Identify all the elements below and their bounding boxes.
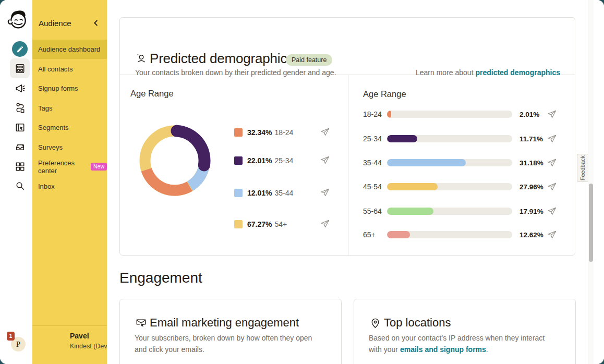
envelope-cursor-icon (135, 317, 147, 329)
bar-fill (387, 111, 391, 118)
donut-panel-title: Age Range (130, 89, 174, 99)
paper-plane-icon (547, 157, 557, 168)
audience-nav-icon[interactable] (10, 58, 30, 78)
sidebar-item-surveys[interactable]: Surveys (32, 138, 107, 157)
website-nav-icon[interactable] (10, 117, 30, 137)
map-pin-icon (369, 317, 381, 329)
bar-track (387, 159, 512, 166)
legend-row: 12.01% 35-44 (234, 188, 293, 197)
send-campaign-button[interactable] (320, 155, 330, 165)
window-cursor-icon (14, 122, 26, 134)
sidebar-item-all-contacts[interactable]: All contacts (32, 59, 107, 79)
learn-more-text: Learn more about predicted demographics (416, 68, 560, 77)
send-campaign-button[interactable] (547, 134, 557, 144)
send-campaign-button[interactable] (547, 181, 557, 192)
sidebar-item-signup-forms[interactable]: Signup forms (32, 79, 107, 98)
sidebar-item-preferences-center[interactable]: Preferences center New (32, 157, 107, 176)
emails-signup-forms-link[interactable]: emails and signup forms (400, 345, 486, 354)
app-window: Audience Audience dashboard All contacts… (0, 0, 604, 364)
paper-plane-icon (547, 134, 557, 144)
legend-swatch (234, 189, 243, 197)
bar-label: 45-54 (363, 183, 382, 191)
email-card-title: Email marketing engagement (150, 316, 299, 330)
paper-plane-icon (547, 229, 557, 240)
create-button[interactable] (12, 41, 28, 57)
send-campaign-button[interactable] (547, 206, 557, 216)
legend-label: 35-44 (274, 189, 293, 197)
bar-fill (387, 183, 438, 190)
legend-row: 22.01% 25-34 (234, 156, 293, 165)
bar-track (387, 183, 512, 190)
bar-value: 31.18% (520, 159, 543, 167)
sidebar-divider (32, 325, 107, 326)
card-title: Predicted demographics (150, 51, 294, 67)
send-campaign-button[interactable] (547, 157, 557, 168)
bar-value: 17.91% (520, 208, 543, 215)
bar-label: 35-44 (363, 159, 382, 167)
feedback-tab[interactable]: Feedback (577, 154, 588, 182)
bar-value: 12.62% (520, 231, 543, 239)
send-campaign-button[interactable] (320, 219, 330, 229)
collapse-sidebar-button[interactable] (91, 18, 101, 28)
legend-percent: 12.01% (247, 189, 272, 197)
new-badge: New (91, 163, 107, 171)
engagement-heading: Engagement (119, 270, 202, 286)
column-divider (348, 75, 348, 256)
search-icon (14, 180, 26, 192)
legend-percent: 32.34% (247, 128, 272, 137)
legend-label: 54+ (274, 220, 287, 228)
bar-fill (387, 159, 466, 166)
bar-fill (387, 208, 433, 215)
donut-segment-25-34 (177, 131, 204, 165)
send-campaign-button[interactable] (320, 187, 330, 198)
scrollbar-track[interactable] (588, 0, 594, 364)
bar-label: 55-64 (363, 207, 382, 215)
send-campaign-button[interactable] (547, 109, 557, 119)
legend-swatch (234, 156, 243, 165)
paper-plane-icon (547, 181, 557, 192)
sidebar-item-segments[interactable]: Segments (32, 118, 107, 137)
legend-row: 67.27% 54+ (234, 220, 287, 228)
fortune-teller-icon (135, 52, 147, 64)
bar-fill (387, 231, 410, 238)
bar-track (387, 208, 512, 215)
predicted-demographics-link[interactable]: predicted demographics (475, 68, 560, 77)
audience-sidebar: Audience Audience dashboard All contacts… (32, 0, 107, 364)
bar-label: 25-34 (363, 135, 382, 143)
survey-box-icon (14, 141, 26, 153)
legend-row: 32.34% 18-24 (234, 128, 293, 137)
surveys-nav-icon[interactable] (10, 137, 30, 156)
journey-icon (14, 102, 26, 114)
campaigns-nav-icon[interactable] (10, 78, 30, 98)
sidebar-item-inbox[interactable]: Inbox (32, 177, 107, 196)
sidebar-item-audience-dashboard[interactable]: Audience dashboard (32, 40, 107, 59)
age-range-donut-chart (138, 124, 211, 197)
main-content: Predicted demographics Paid feature Your… (107, 0, 604, 364)
sidebar-item-tags[interactable]: Tags (32, 99, 107, 118)
megaphone-icon (14, 82, 26, 94)
scrollbar-thumb[interactable] (589, 184, 593, 262)
sidebar-header: Audience (32, 16, 107, 31)
paper-plane-icon (320, 187, 330, 198)
email-engagement-card: Email marketing engagement Your subscrib… (119, 299, 342, 364)
mailchimp-logo-icon[interactable] (6, 7, 29, 33)
card-subtitle: Your contacts broken down by their predi… (135, 68, 336, 77)
integrations-nav-icon[interactable] (10, 156, 30, 176)
pencil-icon (16, 45, 24, 53)
locations-card-subtitle: Based on your contact’s IP address when … (369, 333, 557, 355)
donut-segment-18-24 (147, 170, 190, 190)
send-campaign-button[interactable] (320, 127, 330, 137)
paper-plane-icon (320, 155, 330, 165)
bar-track (387, 231, 512, 238)
top-locations-card: Top locations Based on your contact’s IP… (354, 299, 576, 364)
search-nav-icon[interactable] (10, 176, 30, 196)
nav-rail (0, 0, 32, 364)
bar-value: 27.96% (520, 183, 543, 191)
automations-nav-icon[interactable] (10, 98, 30, 117)
legend-swatch (234, 220, 243, 228)
screen: Audience Audience dashboard All contacts… (0, 0, 604, 364)
send-campaign-button[interactable] (547, 229, 557, 240)
bar-track (387, 111, 512, 118)
predicted-demographics-card: Predicted demographics Paid feature Your… (119, 17, 575, 256)
paper-plane-icon (547, 206, 557, 216)
